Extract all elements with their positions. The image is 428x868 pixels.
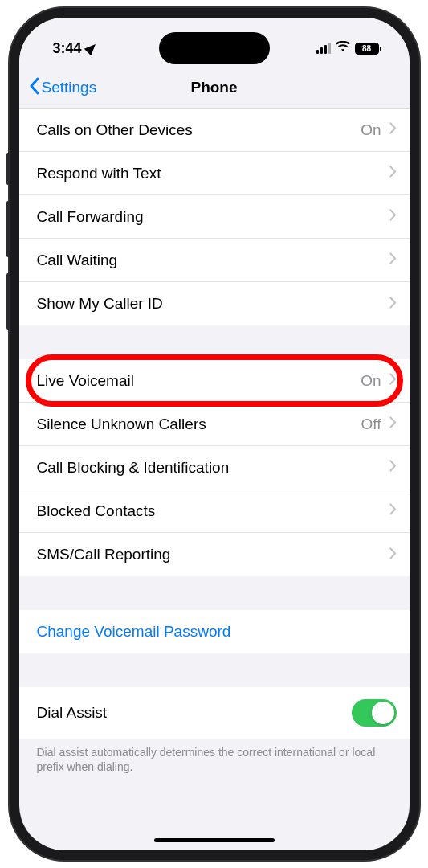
nav-header: Settings Phone bbox=[19, 68, 410, 108]
row-label: Dial Assist bbox=[37, 704, 108, 722]
side-buttons bbox=[6, 153, 10, 346]
dynamic-island bbox=[159, 32, 270, 64]
chevron-right-icon bbox=[389, 373, 397, 388]
row-value: Off bbox=[361, 416, 381, 433]
row-label: Calls on Other Devices bbox=[37, 121, 193, 139]
row-label: Call Waiting bbox=[37, 252, 118, 269]
wifi-icon bbox=[336, 41, 350, 55]
dial-assist-footer: Dial assist automatically determines the… bbox=[19, 739, 410, 780]
row-change-voicemail-password[interactable]: Change Voicemail Password bbox=[19, 610, 410, 653]
chevron-right-icon bbox=[389, 460, 397, 475]
chevron-right-icon bbox=[389, 122, 397, 137]
row-call-forwarding[interactable]: Call Forwarding bbox=[19, 195, 410, 239]
cellular-signal-icon bbox=[316, 43, 331, 54]
status-right: 88 bbox=[316, 41, 379, 55]
settings-group-dial-assist: Dial Assist bbox=[19, 687, 410, 739]
settings-group-voicemail: Live Voicemail On Silence Unknown Caller… bbox=[19, 359, 410, 576]
chevron-left-icon bbox=[29, 77, 40, 99]
row-dial-assist: Dial Assist bbox=[19, 687, 410, 739]
page-title: Phone bbox=[190, 79, 237, 96]
battery-icon: 88 bbox=[355, 43, 379, 55]
back-button[interactable]: Settings bbox=[29, 77, 97, 99]
row-sms-call-reporting[interactable]: SMS/Call Reporting bbox=[19, 533, 410, 576]
settings-group-calls: Calls on Other Devices On Respond with T… bbox=[19, 108, 410, 326]
location-icon bbox=[84, 41, 98, 55]
chevron-right-icon bbox=[389, 416, 397, 432]
battery-percent: 88 bbox=[362, 44, 371, 53]
status-left: 3:44 bbox=[53, 40, 96, 57]
row-respond-with-text[interactable]: Respond with Text bbox=[19, 152, 410, 195]
row-value: On bbox=[361, 121, 381, 139]
row-label: Live Voicemail bbox=[37, 372, 134, 390]
row-silence-unknown-callers[interactable]: Silence Unknown Callers Off bbox=[19, 403, 410, 446]
row-label: Call Forwarding bbox=[37, 208, 144, 226]
row-label: Blocked Contacts bbox=[37, 502, 156, 520]
status-time: 3:44 bbox=[53, 40, 82, 57]
chevron-right-icon bbox=[389, 547, 397, 563]
row-value: On bbox=[361, 372, 381, 390]
row-label-link: Change Voicemail Password bbox=[37, 623, 231, 641]
back-label: Settings bbox=[42, 79, 97, 96]
row-blocked-contacts[interactable]: Blocked Contacts bbox=[19, 489, 410, 533]
chevron-right-icon bbox=[389, 166, 397, 181]
chevron-right-icon bbox=[389, 209, 397, 224]
row-calls-on-other-devices[interactable]: Calls on Other Devices On bbox=[19, 108, 410, 152]
chevron-right-icon bbox=[389, 503, 397, 518]
row-label: SMS/Call Reporting bbox=[37, 546, 171, 563]
row-label: Call Blocking & Identification bbox=[37, 459, 230, 477]
home-indicator[interactable] bbox=[154, 838, 275, 842]
phone-frame: 3:44 88 bbox=[10, 8, 419, 860]
row-label: Respond with Text bbox=[37, 165, 161, 182]
row-label: Show My Caller ID bbox=[37, 295, 163, 313]
chevron-right-icon bbox=[389, 252, 397, 268]
dial-assist-toggle[interactable] bbox=[352, 699, 397, 727]
chevron-right-icon bbox=[389, 297, 397, 312]
settings-group-password: Change Voicemail Password bbox=[19, 610, 410, 653]
row-show-my-caller-id[interactable]: Show My Caller ID bbox=[19, 282, 410, 326]
row-call-waiting[interactable]: Call Waiting bbox=[19, 239, 410, 282]
row-live-voicemail[interactable]: Live Voicemail On bbox=[19, 359, 410, 403]
row-label: Silence Unknown Callers bbox=[37, 416, 206, 433]
screen: 3:44 88 bbox=[19, 18, 410, 850]
row-call-blocking-identification[interactable]: Call Blocking & Identification bbox=[19, 446, 410, 489]
